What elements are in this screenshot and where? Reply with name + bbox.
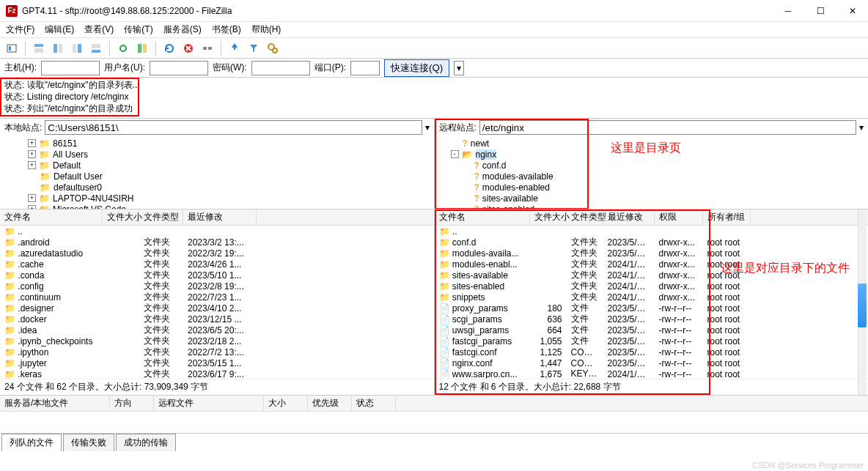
pass-input[interactable]: [251, 61, 310, 75]
column-header[interactable]: 文件大小: [103, 209, 139, 225]
tree-item[interactable]: 📁 defaultuser0: [4, 182, 430, 193]
list-item[interactable]: 📁 modules-availa...文件夹2023/5/31...drwxr-…: [435, 248, 869, 259]
column-header[interactable]: 最近修改: [603, 209, 655, 225]
list-item[interactable]: 📁 .docker文件夹2023/12/15 ...: [0, 314, 434, 324]
column-header[interactable]: 远程文件: [154, 396, 264, 411]
cancel-button[interactable]: [180, 40, 197, 57]
sitemgr-button[interactable]: [3, 40, 21, 57]
toggle-local-tree-button[interactable]: [49, 40, 67, 57]
tree-item[interactable]: ? modules-available: [439, 171, 864, 182]
list-item[interactable]: 📄 fastcgi.conf1,125CONF ...2023/5/31...-…: [435, 346, 869, 357]
column-header[interactable]: 大小: [264, 396, 308, 411]
dropdown-icon[interactable]: ▾: [425, 122, 430, 133]
list-item[interactable]: 📁 ..: [0, 226, 434, 237]
sync-button[interactable]: [114, 40, 132, 57]
dropdown-icon[interactable]: ▾: [859, 122, 864, 133]
local-path-input[interactable]: [45, 120, 422, 135]
list-item[interactable]: 📄 proxy_params180文件2023/5/31...-rw-r--r-…: [435, 303, 869, 314]
list-item[interactable]: 📁 .conda文件夹2023/5/10 1...: [0, 270, 434, 281]
list-item[interactable]: 📁 .android文件夹2023/3/2 13:...: [0, 237, 434, 248]
list-item[interactable]: 📄 fastcgi_params1,055文件2023/5/31...-rw-r…: [435, 335, 869, 346]
tree-toggle[interactable]: +: [28, 161, 36, 169]
list-item[interactable]: 📁 .ipython文件夹2022/7/2 13:...: [0, 346, 434, 357]
quickconnect-button[interactable]: 快速连接(Q): [384, 59, 449, 77]
tree-item[interactable]: +📁 Microsoft VS Code: [4, 204, 430, 209]
tree-item[interactable]: +📁 All Users: [4, 149, 430, 160]
disconnect-button[interactable]: [199, 40, 216, 57]
quickconnect-dropdown[interactable]: ▾: [454, 61, 464, 75]
tree-item[interactable]: ? conf.d: [439, 160, 864, 171]
list-item[interactable]: 📁 ..: [435, 226, 869, 237]
column-header[interactable]: 方向: [110, 396, 154, 411]
list-item[interactable]: 📄 scgi_params636文件2023/5/31...-rw-r--r--…: [435, 314, 869, 324]
column-header[interactable]: 文件名: [0, 209, 103, 225]
column-header[interactable]: 文件类型: [139, 209, 183, 225]
tree-item[interactable]: ? sites-enabled: [439, 204, 864, 209]
list-item[interactable]: 📁 .designer文件夹2023/4/10 2...: [0, 303, 434, 314]
column-header[interactable]: 权限: [655, 209, 703, 225]
tree-item[interactable]: -📂 nginx: [439, 149, 864, 160]
tree-toggle[interactable]: +: [28, 150, 36, 158]
column-header[interactable]: 服务器/本地文件: [0, 396, 110, 411]
list-item[interactable]: 📁 .idea文件夹2023/6/5 20:...: [0, 324, 434, 335]
list-item[interactable]: 📁 .jupyter文件夹2023/5/15 1...: [0, 357, 434, 368]
list-item[interactable]: 📁 sites-available文件夹2024/1/21...drwxr-x.…: [435, 270, 869, 281]
list-item[interactable]: 📁 modules-enabl...文件夹2024/1/21...drwxr-x…: [435, 259, 869, 270]
scrollbar[interactable]: [858, 209, 867, 395]
minimize-button[interactable]: ─: [779, 4, 798, 18]
list-item[interactable]: 📁 conf.d文件夹2023/5/31...drwxr-x...root ro…: [435, 237, 869, 248]
tree-toggle[interactable]: +: [28, 139, 36, 147]
reconnect-button[interactable]: [226, 40, 243, 57]
queue-tab[interactable]: 传输失败: [63, 434, 114, 451]
list-item[interactable]: 📁 .continuum文件夹2022/7/23 1...: [0, 292, 434, 303]
queue-tab[interactable]: 列队的文件: [1, 434, 62, 451]
column-header[interactable]: 文件类型: [567, 209, 603, 225]
menu-item[interactable]: 编辑(E): [45, 23, 74, 36]
menu-item[interactable]: 查看(V): [84, 23, 114, 36]
refresh-button[interactable]: [161, 40, 178, 57]
menu-item[interactable]: 传输(T): [124, 23, 152, 36]
list-item[interactable]: 📁 .config文件夹2023/2/8 19:...: [0, 281, 434, 292]
list-item[interactable]: 📁 snippets文件夹2024/1/21...drwxr-x...root …: [435, 292, 869, 303]
tree-item[interactable]: ? sites-available: [439, 193, 864, 204]
toggle-queue-button[interactable]: [87, 40, 105, 57]
column-header[interactable]: 状态: [352, 396, 396, 411]
close-button[interactable]: ✕: [843, 4, 862, 18]
menu-item[interactable]: 服务器(S): [163, 23, 202, 36]
tree-item[interactable]: +📁 86151: [4, 138, 430, 149]
queue-tab[interactable]: 成功的传输: [116, 434, 176, 451]
remote-path-input[interactable]: [479, 120, 856, 135]
tree-item[interactable]: +📁 Default: [4, 160, 430, 171]
column-header[interactable]: 最近修改: [183, 209, 257, 225]
tree-toggle[interactable]: -: [451, 150, 459, 158]
host-input[interactable]: [41, 61, 100, 75]
menu-item[interactable]: 书签(B): [212, 23, 241, 36]
tree-item[interactable]: ? newt: [439, 138, 864, 149]
tree-item[interactable]: +📁 LAPTOP-4NU4SIRH: [4, 193, 430, 204]
list-item[interactable]: 📁 .keras文件夹2023/6/17 9:...: [0, 368, 434, 379]
column-header[interactable]: 文件名: [435, 209, 530, 225]
menu-item[interactable]: 文件(F): [6, 23, 34, 36]
list-item[interactable]: 📁 .ipynb_checkpoints文件夹2023/2/18 2...: [0, 335, 434, 346]
user-input[interactable]: [150, 61, 208, 75]
menu-item[interactable]: 帮助(H): [251, 23, 282, 36]
column-header[interactable]: 文件大小: [530, 209, 567, 225]
tree-item[interactable]: 📁 Default User: [4, 171, 430, 182]
tree-toggle[interactable]: +: [28, 205, 36, 209]
column-header[interactable]: 所有者/组: [703, 209, 751, 225]
list-item[interactable]: 📁 sites-enabled文件夹2024/1/21...drwxr-x...…: [435, 281, 869, 292]
toggle-log-button[interactable]: [30, 40, 48, 57]
filter-button[interactable]: [245, 40, 262, 57]
compare-button[interactable]: [133, 40, 151, 57]
tree-item[interactable]: ? modules-enabled: [439, 182, 864, 193]
maximize-button[interactable]: ☐: [811, 4, 830, 18]
port-input[interactable]: [350, 61, 380, 75]
list-item[interactable]: 📁 .cache文件夹2023/4/26 1...: [0, 259, 434, 270]
list-item[interactable]: 📄 uwsgi_params664文件2023/5/31...-rw-r--r-…: [435, 324, 869, 335]
column-header[interactable]: 优先级: [308, 396, 352, 411]
list-item[interactable]: 📄 nginx.conf1,447CONF ...2023/5/31...-rw…: [435, 357, 869, 368]
tree-toggle[interactable]: +: [28, 194, 36, 202]
toggle-remote-tree-button[interactable]: [68, 40, 86, 57]
search-button[interactable]: [264, 40, 282, 57]
list-item[interactable]: 📁 .azuredatastudio文件夹2022/3/2 19:...: [0, 248, 434, 259]
